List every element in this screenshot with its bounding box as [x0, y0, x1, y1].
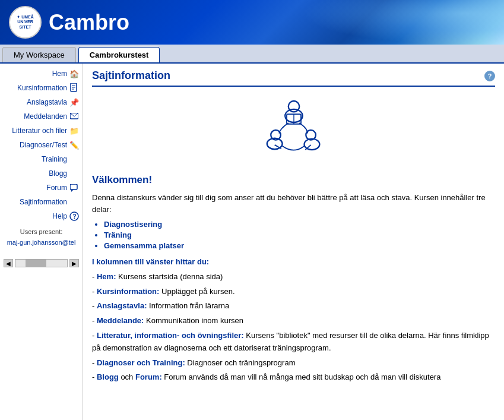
sidebar-label-kursinformation: Kursinformation [17, 84, 67, 92]
sidebar-item-litteratur[interactable]: Litteratur och filer 📁 [0, 124, 83, 138]
list-item-gemensamma: Gemensamma platser [104, 241, 495, 250]
tab-cambrokurstest[interactable]: Cambrokurstest [78, 47, 160, 62]
document-icon [69, 83, 79, 93]
tab-my-workspace[interactable]: My Workspace [2, 47, 76, 62]
sidebar-label-diagnoser: Diagnoser/Test [20, 141, 67, 149]
pin-icon: 📌 [69, 97, 79, 107]
scroll-thumb [26, 260, 46, 267]
sidebar-scrollbar[interactable]: ◀ ▶ [0, 254, 83, 272]
sidebar-label-sajtinformation: Sajtinformation [20, 198, 67, 206]
sidebar-label-hem: Hem [52, 70, 67, 78]
sidebar-item-diagnoser[interactable]: Diagnoser/Test ✏️ [0, 138, 83, 152]
section-hem: - Hem: Kursens startsida (denna sida) [92, 271, 495, 283]
sidebar-item-kursinformation[interactable]: Kursinformation [0, 81, 83, 95]
app-title: Cambro [49, 10, 129, 35]
sidebar-label-forum: Forum [46, 184, 67, 192]
sidebar-label-help: Help [52, 212, 67, 220]
section-diagnoser: - Diagnoser och Training: Diagnoser och … [92, 357, 495, 370]
sidebar-item-meddelanden[interactable]: Meddelanden [0, 109, 83, 124]
app-header: ✦ UMEÅUNIVERSITET Cambro [0, 0, 504, 45]
sidebar-item-training[interactable]: Training [0, 152, 83, 166]
svg-rect-5 [70, 184, 77, 190]
svg-text:?: ? [73, 213, 77, 220]
sidebar-item-forum[interactable]: Forum [0, 181, 83, 195]
sidebar: Hem 🏠 Kursinformation Anslagstavla 📌 Med… [0, 64, 83, 420]
training-icon [69, 154, 79, 164]
course-parts-list: Diagnostisering Träning Gemensamma plats… [104, 220, 495, 250]
scroll-right-arrow[interactable]: ▶ [69, 259, 79, 267]
university-logo: ✦ UMEÅUNIVERSITET [9, 6, 42, 39]
section-blogg-forum: - Blogg och Forum: Forum används då man … [92, 371, 495, 384]
sidebar-item-blogg[interactable]: Blogg [0, 166, 83, 181]
content-title: Sajtinformation [92, 70, 170, 82]
sajtinfo-icon [69, 197, 79, 207]
tabs-bar: My Workspace Cambrokurstest [0, 45, 504, 64]
content-header: Sajtinformation ? [92, 70, 495, 87]
section-anslagstavla: - Anslagstavla: Information från lärarna [92, 300, 495, 312]
welcome-heading: Välkommen! [92, 174, 495, 186]
sidebar-label-blogg: Blogg [49, 169, 67, 178]
pencil-icon: ✏️ [69, 140, 79, 150]
sidebar-item-hem[interactable]: Hem 🏠 [0, 67, 83, 81]
scroll-track[interactable] [15, 259, 68, 267]
sidebar-label-meddelanden: Meddelanden [24, 112, 67, 121]
course-logo [258, 94, 329, 165]
sidebar-label-anslagstavla: Anslagstavla [27, 98, 67, 106]
sidebar-item-sajtinformation[interactable]: Sajtinformation [0, 195, 83, 209]
forum-icon [69, 183, 79, 192]
intro-text: Denna distanskurs vänder sig till dig so… [92, 192, 495, 215]
content-help-icon[interactable]: ? [484, 71, 495, 81]
main-layout: Hem 🏠 Kursinformation Anslagstavla 📌 Med… [0, 64, 504, 420]
section-litteratur: - Litteratur, information- och övningsfi… [92, 330, 495, 355]
folder-icon: 📁 [69, 126, 79, 135]
main-content: Sajtinformation ? [83, 64, 504, 420]
home-icon: 🏠 [69, 69, 79, 78]
list-item-diagnostisering: Diagnostisering [104, 220, 495, 229]
scroll-left-arrow[interactable]: ◀ [4, 259, 13, 267]
section-kursinformation: - Kursinformation: Upplägget på kursen. [92, 286, 495, 298]
sidebar-item-anslagstavla[interactable]: Anslagstavla 📌 [0, 95, 83, 109]
users-present-label: Users present: [0, 223, 83, 238]
sidebar-label-training: Training [42, 155, 67, 163]
column-intro: I kolumnen till vänster hittar du: [92, 256, 495, 269]
user-link[interactable]: maj-gun.johansson@tel [0, 238, 83, 247]
sidebar-item-help[interactable]: Help ? [0, 209, 83, 223]
section-meddelande: - Meddelande: Kommunikation inom kursen [92, 315, 495, 327]
message-icon [69, 112, 79, 121]
list-item-traning: Träning [104, 230, 495, 239]
sidebar-label-litteratur: Litteratur och filer [12, 127, 67, 135]
help-icon: ? [69, 211, 79, 221]
blogg-icon [69, 169, 79, 178]
